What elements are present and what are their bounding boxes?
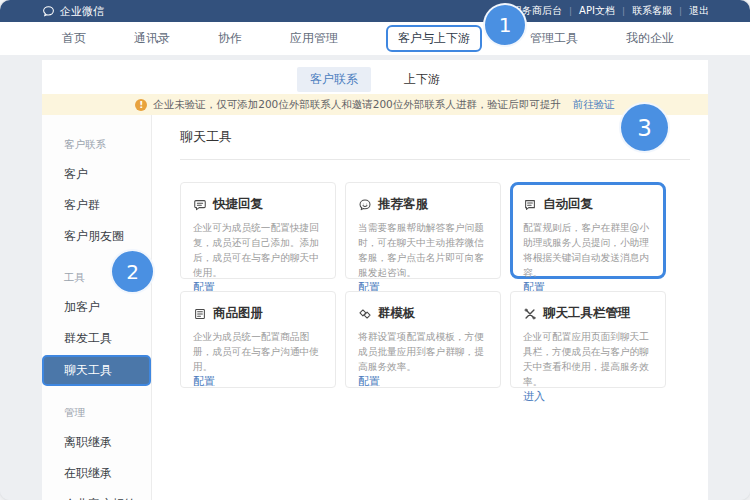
topbar-links: 服务商后台 | API文档 | 联系客服 | 退出 [505,4,716,18]
card-title: 聊天工具栏管理 [543,305,631,322]
card-recommend-service: 推荐客服 当需要客服帮助解答客户问题时，可在聊天中主动推荐微信客服，客户点击名片… [345,182,501,279]
sidebar-item-customer-moments[interactable]: 客户朋友圈 [42,221,151,252]
group-template-icon [358,307,372,321]
nav-item-contacts[interactable]: 通讯录 [134,30,170,47]
sidebar-item-group-message-tool[interactable]: 群发工具 [42,323,151,354]
topbar-link-contact-support[interactable]: 联系客服 [625,4,679,18]
annotation-step-1: 1 [483,3,527,47]
nav-item-collaboration[interactable]: 协作 [218,30,242,47]
sidebar-item-enterprise-customer-tags[interactable]: 企业客户标签 [42,489,151,500]
nav-item-management-tools[interactable]: 管理工具 [530,30,578,47]
chat-bubble-logo-icon [42,5,55,18]
tab-customer-contact[interactable]: 客户联系 [297,67,371,92]
card-description: 当需要客服帮助解答客户问题时，可在聊天中主动推荐微信客服，客户点击名片即可向客服… [358,220,488,280]
tabs-row: 客户联系 上下游 [42,60,708,94]
warning-icon: ! [135,99,147,111]
page-title: 聊天工具 [180,128,690,159]
topbar-link-api-docs[interactable]: API文档 [572,4,622,18]
warning-text: 企业未验证，仅可添加200位外部联系人和邀请200位外部联系人进群，验证后即可提… [153,98,561,112]
topbar: 企业微信 服务商后台 | API文档 | 联系客服 | 退出 [0,0,750,22]
card-group-template: 群模板 将群设置项配置成模板，方便成员批量应用到客户群聊，提高服务效率。 配置 [345,291,501,388]
main-navbar: 首页 通讯录 协作 应用管理 客户与上下游 管理工具 我的企业 [0,22,750,55]
recommend-service-icon [358,198,372,212]
product-album-icon [193,307,207,321]
tab-upstream-downstream[interactable]: 上下游 [391,67,453,92]
annotation-step-3: 3 [619,102,670,153]
sidebar-section-management: 管理 [42,399,151,427]
card-title: 群模板 [378,305,416,322]
annotation-step-2: 2 [110,249,155,294]
card-title: 商品图册 [213,305,263,322]
card-product-album: 商品图册 企业为成员统一配置商品图册，成员可在与客户沟通中使用。 配置 [180,291,336,388]
feature-cards-grid: 快捷回复 企业可为成员统一配置快捷回复，成员还可自己添加。添加后，成员可在与客户… [180,182,682,388]
main-panel: 聊天工具 [152,115,708,500]
sidebar: 客户联系 客户 客户群 客户朋友圈 工具 加客户 群发工具 聊天工具 管理 离职… [42,115,152,500]
card-auto-reply: 自动回复 配置规则后，客户在群里@小助理或服务人员提问，小助理将根据关键词自动发… [510,182,666,279]
card-description: 将群设置项配置成模板，方便成员批量应用到客户群聊，提高服务效率。 [358,329,488,374]
sidebar-item-customers[interactable]: 客户 [42,159,151,190]
group-template-configure-link[interactable]: 配置 [358,374,380,389]
nav-item-home[interactable]: 首页 [62,30,86,47]
verification-warning-banner: ! 企业未验证，仅可添加200位外部联系人和邀请200位外部联系人进群，验证后即… [42,94,708,115]
topbar-link-logout[interactable]: 退出 [682,4,716,18]
card-description: 配置规则后，客户在群里@小助理或服务人员提问，小助理将根据关键词自动发送消息内容… [523,220,653,280]
sidebar-item-on-job-inheritance[interactable]: 在职继承 [42,458,151,489]
chat-toolbar-enter-link[interactable]: 进入 [523,389,545,404]
chat-toolbar-icon [523,307,537,321]
sidebar-section-customer-contact: 客户联系 [42,131,151,159]
card-chat-toolbar-management: 聊天工具栏管理 企业可配置应用页面到聊天工具栏，方便成员在与客户的聊天中查看和使… [510,291,666,388]
logo-text: 企业微信 [60,4,104,19]
card-description: 企业可为成员统一配置快捷回复，成员还可自己添加。添加后，成员可在与客户的聊天中使… [193,220,323,280]
sidebar-item-add-customer[interactable]: 加客户 [42,292,151,323]
title-divider [180,159,690,160]
sidebar-item-customer-groups[interactable]: 客户群 [42,190,151,221]
product-album-configure-link[interactable]: 配置 [193,374,215,389]
sidebar-item-chat-tools[interactable]: 聊天工具 [42,355,151,386]
nav-item-my-enterprise[interactable]: 我的企业 [626,30,674,47]
card-description: 企业可配置应用页面到聊天工具栏，方便成员在与客户的聊天中查看和使用，提高服务效率… [523,329,653,389]
card-description: 企业为成员统一配置商品图册，成员可在与客户沟通中使用。 [193,329,323,374]
nav-item-customers-upstream-downstream[interactable]: 客户与上下游 [386,25,482,52]
sidebar-item-resignation-inheritance[interactable]: 离职继承 [42,427,151,458]
quick-reply-icon [193,198,207,212]
auto-reply-icon [523,198,537,212]
card-title: 快捷回复 [213,196,263,213]
card-title: 推荐客服 [378,196,428,213]
card-quick-reply: 快捷回复 企业可为成员统一配置快捷回复，成员还可自己添加。添加后，成员可在与客户… [180,182,336,279]
app-logo[interactable]: 企业微信 [42,4,104,19]
nav-item-app-management[interactable]: 应用管理 [290,30,338,47]
card-title: 自动回复 [543,196,593,213]
app-window: 企业微信 服务商后台 | API文档 | 联系客服 | 退出 首页 通讯录 协作… [0,0,750,500]
go-verify-link[interactable]: 前往验证 [573,98,615,112]
